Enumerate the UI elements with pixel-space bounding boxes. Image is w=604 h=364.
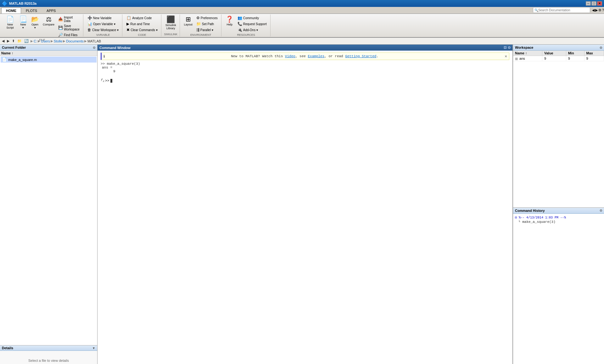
clear-commands-button[interactable]: ✖ Clear Commands ▾ (125, 27, 159, 33)
minimize-button[interactable]: ─ (586, 1, 591, 6)
community-button[interactable]: 👥 Community (236, 15, 268, 21)
add-ons-icon: 🔌 (238, 28, 242, 32)
command-window-content[interactable]: ℹ New to MATLAB? Watch this Video, see E… (98, 51, 512, 364)
ch-command-text: make_a_square(3) (522, 220, 556, 224)
preferences-button[interactable]: ⚙ Preferences (195, 15, 219, 21)
save-workspace-button[interactable]: 💾 SaveWorkspace (57, 24, 81, 32)
breadcrumb-item-c[interactable]: C: (34, 39, 37, 43)
tab-plots[interactable]: PLOTS (21, 8, 42, 14)
details-title: Details (2, 346, 13, 350)
ch-settings-icon[interactable]: ⊙ (600, 209, 602, 212)
command-history-panel: Command History ⊙ ⊟ %-- 4/13/2014 1:03 P… (513, 208, 604, 364)
nav-settings-icon[interactable]: ⚙ (598, 8, 601, 12)
layout-button[interactable]: ⊞ Layout (182, 15, 194, 27)
cursor[interactable] (110, 79, 112, 83)
breadcrumb-item-stolle[interactable]: Stolle (54, 39, 63, 43)
import-data-button[interactable]: 📥 ImportData (57, 15, 81, 23)
clear-commands-label: Clear Commands ▾ (131, 28, 158, 32)
fx-symbol: fx (101, 78, 104, 83)
col-min[interactable]: Min (566, 51, 584, 56)
nav-arrow-right-icon[interactable]: ▶ (595, 8, 598, 12)
cmd-undock-icon[interactable]: ⊡ (504, 46, 506, 50)
set-path-label: Set Path (202, 22, 214, 26)
collapse-icon[interactable]: ⊟ (515, 216, 517, 219)
clear-workspace-label: Clear Workspace ▾ (92, 28, 119, 32)
code-col: 📋 Analyze Code ▶ Run and Time ✖ Clear Co… (125, 15, 159, 33)
tab-apps[interactable]: APPS (42, 8, 60, 14)
titlebar-left: 🔷 MATLAB R2013a (2, 1, 36, 6)
video-link[interactable]: Video (285, 54, 295, 58)
getting-started-link[interactable]: Getting Started (345, 54, 376, 58)
info-close-button[interactable]: ✕ (505, 54, 507, 59)
run-time-button[interactable]: ▶ Run and Time (125, 21, 159, 27)
back-button[interactable]: ◀ (1, 39, 5, 43)
close-button[interactable]: ✕ (597, 1, 602, 6)
search-input[interactable] (538, 8, 589, 12)
workspace-settings-icon[interactable]: ⊙ (600, 46, 602, 49)
folder-col-header: Name ↑ (0, 51, 97, 56)
cmd-output-1: ans = (102, 66, 509, 69)
clear-workspace-button[interactable]: 🗑 Clear Workspace ▾ (86, 27, 120, 33)
analyze-code-button[interactable]: 📋 Analyze Code (125, 15, 159, 21)
col-max[interactable]: Max (584, 51, 604, 56)
forward-button[interactable]: ▶ (6, 39, 10, 43)
ribbon-group-environment: ⊞ Layout ⚙ Preferences 📁 Set Path ⇶ Para… (181, 14, 221, 36)
parallel-button[interactable]: ⇶ Parallel ▾ (195, 27, 219, 33)
nav-arrow-icon[interactable]: ◀ (592, 8, 595, 12)
add-ons-button[interactable]: 🔌 Add-Ons ▾ (236, 27, 268, 33)
set-path-button[interactable]: 📁 Set Path (195, 21, 219, 27)
app-title: MATLAB R2013a (9, 2, 36, 5)
browse-button[interactable]: 📁 (17, 39, 22, 43)
nav-help-icon[interactable]: ? (602, 8, 604, 12)
environment-group-label: ENVIRONMENT (190, 33, 211, 36)
new-button[interactable]: 📃 New▾ (18, 15, 29, 30)
command-window-title: Command Window (99, 46, 131, 50)
simulink-group-content: ⬛ SimulinkLibrary (164, 15, 178, 32)
save-icon: 💾 (58, 25, 63, 30)
search-container[interactable]: 🔍 (533, 7, 590, 13)
open-button[interactable]: 📂 Open▾ (29, 15, 41, 30)
tab-home[interactable]: HOME (1, 8, 21, 14)
help-button[interactable]: ❓ Help (224, 15, 235, 27)
open-variable-button[interactable]: 📊 Open Variable ▾ (86, 21, 120, 27)
current-folder-settings-icon[interactable]: ⊙ (93, 46, 95, 49)
refresh-button[interactable]: 🔄 (24, 39, 29, 43)
simulink-library-button[interactable]: ⬛ SimulinkLibrary (164, 15, 178, 31)
find-files-label: Find Files (64, 33, 77, 37)
examples-link[interactable]: Examples (308, 54, 324, 58)
new-variable-button[interactable]: ➕ New Variable (86, 15, 120, 21)
breadcrumb-item-documents[interactable]: Documents (66, 39, 84, 43)
titlebar-controls: ─ □ ✕ (586, 1, 602, 6)
request-support-button[interactable]: 📞 Request Support (236, 21, 268, 27)
new-script-button[interactable]: 📄 NewScript (3, 15, 17, 30)
maximize-button[interactable]: □ (591, 1, 596, 6)
new-script-icon: 📄 (6, 16, 14, 22)
resources-group-content: ❓ Help 👥 Community 📞 Request Support 🔌 A… (224, 15, 268, 33)
layout-label: Layout (184, 23, 193, 26)
cmd-settings-icon[interactable]: ⊙ (508, 46, 511, 50)
find-files-button[interactable]: 🔎 Find Files (57, 32, 81, 38)
details-collapse-icon[interactable]: ▼ (92, 346, 95, 350)
ribbon-toolbar: 📄 NewScript 📃 New▾ 📂 Open▾ ⚖ Compare 📥 (0, 14, 604, 38)
list-item[interactable]: 📄 make_a_square.m (1, 57, 97, 63)
compare-label: Compare (43, 23, 54, 26)
cmd-output-2: 9 (113, 69, 509, 73)
var-name-cell: ▦ ans (513, 56, 542, 61)
table-row[interactable]: ▦ ans 9 9 9 (513, 56, 604, 61)
open-variable-label: Open Variable ▾ (93, 22, 115, 26)
cmd-header-icons: ⊡ ⊙ (504, 46, 511, 50)
list-item[interactable]: └ make_a_square(3) (518, 220, 602, 224)
details-empty-text: Select a file to view details (28, 359, 69, 362)
col-name[interactable]: Name ↑ (513, 51, 542, 56)
cmd-command-1: >> make_a_square(3) (101, 62, 140, 66)
breadcrumb-item-users[interactable]: Users (41, 39, 50, 43)
parallel-label: Parallel ▾ (200, 28, 213, 32)
command-history-content: ⊟ %-- 4/13/2014 1:03 PM --% └ make_a_squ… (513, 214, 604, 364)
support-icon: 📞 (238, 22, 242, 26)
compare-button[interactable]: ⚖ Compare (41, 15, 56, 27)
cmd-prompt-line[interactable]: fx >> (101, 78, 509, 83)
code-group-label: CODE (138, 33, 146, 36)
up-button[interactable]: ⬆ (11, 39, 15, 43)
col-value[interactable]: Value (542, 51, 566, 56)
ribbon-group-variable: ➕ New Variable 📊 Open Variable ▾ 🗑 Clear… (84, 14, 122, 36)
